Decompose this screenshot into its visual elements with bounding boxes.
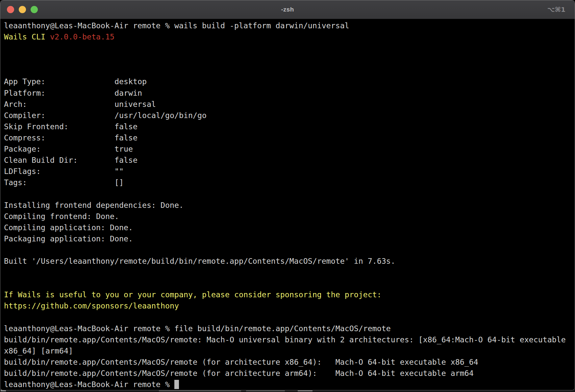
terminal-text-segment: Compiling application: Done.: [4, 223, 133, 232]
terminal-text-segment: Installing frontend dependencies: Done.: [4, 201, 184, 209]
terminal-line: [4, 267, 575, 278]
terminal-text-segment: Wails CLI: [4, 32, 50, 41]
desktop: -zsh ⌥⌘1 leaanthony@Leas-MacBook-Air rem…: [0, 0, 575, 392]
terminal-line: [4, 54, 575, 65]
terminal-line: [4, 278, 575, 289]
terminal-line: Skip Frontend: false: [4, 121, 575, 132]
terminal-line: Compress: false: [4, 132, 575, 143]
terminal-text-segment: leaanthony@Leas-MacBook-Air remote %: [4, 380, 174, 389]
terminal-line: leaanthony@Leas-MacBook-Air remote % fil…: [4, 323, 575, 334]
terminal-line: [4, 188, 575, 199]
terminal-text-segment: Clean Build Dir: false: [4, 156, 138, 164]
terminal-line: leaanthony@Leas-MacBook-Air remote %: [4, 379, 575, 390]
tab-shortcut-hint: ⌥⌘1: [547, 0, 565, 19]
terminal-text-segment: Compress: false: [4, 133, 138, 142]
terminal-cursor: [174, 380, 179, 389]
terminal-text-segment: Skip Frontend: false: [4, 122, 138, 131]
close-button[interactable]: [7, 6, 14, 13]
terminal-text-segment: build/bin/remote.app/Contents/MacOS/remo…: [4, 369, 474, 378]
terminal-line: Compiling frontend: Done.: [4, 211, 575, 222]
terminal-line: Clean Build Dir: false: [4, 155, 575, 166]
terminal-text-segment: LDFlags: "": [4, 167, 124, 176]
terminal-line: Tags: []: [4, 177, 575, 188]
terminal-line: Compiling application: Done.: [4, 222, 575, 233]
terminal-line: [4, 42, 575, 54]
terminal-line: build/bin/remote.app/Contents/MacOS/remo…: [4, 368, 575, 379]
terminal-line: [4, 311, 575, 323]
terminal-text-segment: Compiler: /usr/local/go/bin/go: [4, 111, 207, 120]
terminal-line: Built '/Users/leaanthony/remote/build/bi…: [4, 256, 575, 267]
terminal-text-segment: If Wails is useful to you or your compan…: [4, 290, 382, 299]
terminal-text-segment: Compiling frontend: Done.: [4, 212, 119, 221]
terminal-text-segment: Tags: []: [4, 178, 124, 187]
minimize-button[interactable]: [19, 6, 26, 13]
terminal-line: leaanthony@Leas-MacBook-Air remote % wai…: [4, 20, 575, 31]
terminal-line: [4, 244, 575, 256]
terminal-line: Compiler: /usr/local/go/bin/go: [4, 110, 575, 121]
terminal-text-segment: v2.0.0-beta.15: [50, 32, 114, 41]
terminal-line: LDFlags: "": [4, 166, 575, 177]
terminal-text-segment: Packaging application: Done.: [4, 234, 133, 243]
terminal-line: If Wails is useful to you or your compan…: [4, 289, 575, 300]
terminal-line: x86_64] [arm64]: [4, 345, 575, 356]
terminal-text-segment: Built '/Users/leaanthony/remote/build/bi…: [4, 257, 395, 265]
terminal-line: https://github.com/sponsors/leaanthony: [4, 300, 575, 311]
terminal-text-segment: Package: true: [4, 144, 133, 153]
terminal-text-segment: leaanthony@Leas-MacBook-Air remote % fil…: [4, 324, 391, 333]
terminal-text-segment: Platform: darwin: [4, 88, 142, 97]
terminal-line: Packaging application: Done.: [4, 233, 575, 244]
terminal-line: Installing frontend dependencies: Done.: [4, 200, 575, 211]
terminal-output[interactable]: leaanthony@Leas-MacBook-Air remote % wai…: [0, 19, 575, 390]
traffic-lights: [7, 0, 38, 19]
terminal-line: build/bin/remote.app/Contents/MacOS/remo…: [4, 334, 575, 345]
terminal-text-segment: build/bin/remote.app/Contents/MacOS/remo…: [4, 357, 478, 366]
terminal-text-segment: build/bin/remote.app/Contents/MacOS/remo…: [4, 335, 566, 344]
terminal-window: -zsh ⌥⌘1 leaanthony@Leas-MacBook-Air rem…: [0, 0, 575, 390]
terminal-line: App Type: desktop: [4, 76, 575, 87]
terminal-line: Wails CLI v2.0.0-beta.15: [4, 31, 575, 42]
titlebar[interactable]: -zsh ⌥⌘1: [0, 0, 575, 19]
terminal-text-segment: leaanthony@Leas-MacBook-Air remote % wai…: [4, 21, 349, 30]
zoom-button[interactable]: [31, 6, 38, 13]
terminal-line: [4, 65, 575, 76]
terminal-text-segment: Arch: universal: [4, 100, 156, 109]
terminal-line: build/bin/remote.app/Contents/MacOS/remo…: [4, 356, 575, 368]
terminal-text-segment: x86_64] [arm64]: [4, 346, 73, 355]
terminal-line: Arch: universal: [4, 99, 575, 110]
window-title: -zsh: [0, 6, 575, 13]
terminal-text-segment: https://github.com/sponsors/leaanthony: [4, 301, 179, 310]
terminal-line: Platform: darwin: [4, 87, 575, 99]
terminal-line: Package: true: [4, 143, 575, 155]
terminal-text-segment: App Type: desktop: [4, 77, 147, 86]
